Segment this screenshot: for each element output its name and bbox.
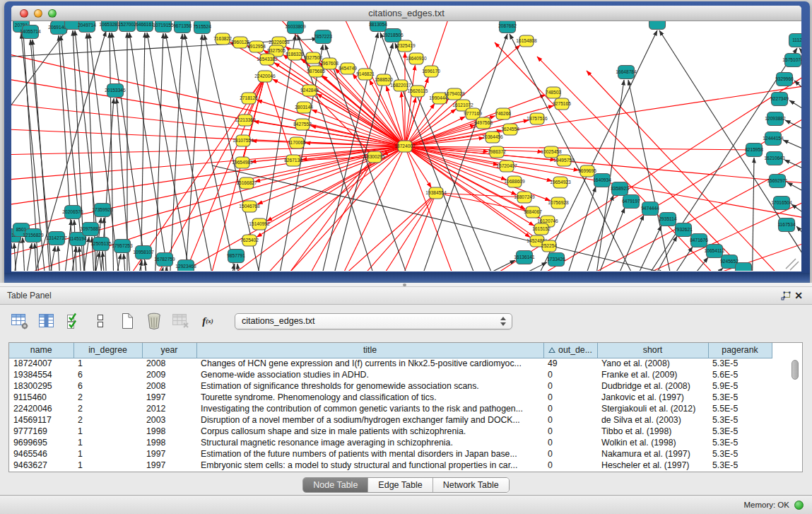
- table-cell[interactable]: Dudbridge et al. (2008): [597, 380, 708, 392]
- table-cell[interactable]: Tourette syndrome. Phenomenology and cla…: [196, 392, 543, 403]
- network-node-yellow[interactable]: 1696170: [422, 66, 440, 77]
- column-header-name[interactable]: name: [9, 343, 73, 358]
- network-node-teal[interactable]: 15751074: [782, 54, 801, 67]
- table-cell[interactable]: Corpus callosum shape and size in male p…: [196, 426, 543, 437]
- network-node-teal[interactable]: 17359928: [92, 204, 113, 217]
- network-edge[interactable]: [293, 157, 375, 160]
- function-builder-button[interactable]: f(x): [198, 312, 218, 330]
- show-columns-button[interactable]: [37, 312, 57, 330]
- network-node-teal[interactable]: [649, 21, 666, 30]
- network-node-yellow[interactable]: 8267130: [284, 155, 302, 166]
- table-cell[interactable]: 2003: [142, 414, 196, 426]
- network-node-teal[interactable]: [736, 263, 752, 271]
- delete-column-button[interactable]: [144, 312, 164, 330]
- network-node-yellow[interactable]: 19384554: [425, 187, 447, 199]
- network-node-teal[interactable]: 10719155: [153, 21, 174, 33]
- network-node-yellow[interactable]: 9699695: [578, 165, 596, 177]
- zoom-window-button[interactable]: [48, 9, 57, 18]
- table-cell[interactable]: 2: [73, 403, 142, 414]
- table-cell[interactable]: 22420046: [9, 403, 73, 414]
- column-header-year[interactable]: year: [142, 343, 196, 358]
- network-node-teal[interactable]: 16210643: [764, 152, 785, 165]
- delete-table-button[interactable]: [171, 312, 191, 330]
- network-node-yellow[interactable]: 9146821: [356, 69, 375, 80]
- table-cell[interactable]: 0: [543, 460, 597, 471]
- network-node-yellow[interactable]: 1615152: [532, 223, 551, 235]
- network-node-teal[interactable]: 6479197: [622, 195, 640, 209]
- table-cell[interactable]: 0: [543, 392, 597, 403]
- network-node-yellow[interactable]: 2803144: [295, 102, 313, 113]
- tab-edge-table[interactable]: Edge Table: [368, 478, 433, 492]
- network-node-teal[interactable]: 2935114: [659, 213, 677, 226]
- table-cell[interactable]: Investigating the contribution of common…: [196, 403, 543, 414]
- table-row[interactable]: 1830029562008Estimation of significance …: [9, 380, 772, 392]
- network-edge[interactable]: [686, 268, 723, 271]
- network-node-teal[interactable]: 9329966: [775, 73, 794, 86]
- network-node-yellow[interactable]: 9875685: [307, 66, 325, 77]
- network-node-yellow[interactable]: 18757516: [526, 113, 548, 124]
- network-edge[interactable]: [153, 267, 163, 271]
- table-cell[interactable]: Franke et al. (2009): [597, 369, 708, 380]
- network-node-yellow[interactable]: 18807249: [514, 192, 535, 203]
- network-node-teal[interactable]: 7932621: [674, 223, 693, 237]
- network-edge[interactable]: [169, 34, 183, 271]
- table-cell[interactable]: 0: [543, 426, 597, 437]
- table-cell[interactable]: 0: [543, 369, 597, 380]
- table-cell[interactable]: de Silva et al. (2003): [597, 414, 708, 426]
- table-cell[interactable]: 2: [73, 414, 142, 426]
- network-node-teal[interactable]: 12505135: [90, 238, 112, 251]
- network-node-yellow[interactable]: 7625402: [240, 235, 259, 246]
- network-node-yellow[interactable]: 15720407: [496, 160, 517, 172]
- table-row[interactable]: 969969511998Structural magnetic resonanc…: [9, 437, 772, 448]
- network-node-yellow[interactable]: 1170065: [288, 137, 306, 148]
- network-node-teal[interactable]: 8215958: [745, 144, 763, 157]
- network-edge[interactable]: [784, 160, 801, 170]
- table-cell[interactable]: Structural magnetic resonance image aver…: [196, 437, 543, 448]
- table-cell[interactable]: 0: [543, 414, 597, 426]
- table-cell[interactable]: 19384554: [9, 369, 73, 380]
- network-node-yellow[interactable]: 7986372: [488, 146, 506, 158]
- tab-node-table[interactable]: Node Table: [303, 478, 368, 492]
- network-node-yellow[interactable]: 9242848: [300, 85, 319, 96]
- network-node-teal[interactable]: 17957253: [112, 240, 133, 253]
- table-cell[interactable]: Nakamura et al. (1997): [597, 448, 708, 460]
- table-row[interactable]: 977716911998Corpus callosum shape and si…: [9, 426, 772, 437]
- network-node-yellow[interactable]: 9275165: [553, 98, 571, 110]
- table-cell[interactable]: 1: [73, 460, 142, 471]
- network-node-teal[interactable]: 12923468: [175, 260, 196, 271]
- table-cell[interactable]: 5.6E-5: [708, 369, 772, 380]
- table-cell[interactable]: 1997: [142, 460, 196, 471]
- network-node-teal[interactable]: 1527002: [118, 21, 136, 32]
- table-cell[interactable]: 9115460: [9, 392, 73, 403]
- network-node-teal[interactable]: 9857791: [227, 250, 245, 263]
- table-cell[interactable]: Changes of HCN gene expression and I(f) …: [196, 358, 543, 369]
- column-header-title[interactable]: title: [196, 343, 543, 358]
- network-node-teal[interactable]: 10653287: [99, 21, 120, 32]
- network-edge[interactable]: [438, 71, 801, 271]
- table-cell[interactable]: Genome-wide association studies in ADHD.: [196, 369, 543, 380]
- network-node-teal[interactable]: 16033809: [285, 21, 306, 34]
- table-cell[interactable]: 1: [73, 358, 142, 369]
- network-node-yellow[interactable]: 6497568: [474, 117, 493, 129]
- network-node-yellow[interactable]: 7163822: [213, 33, 232, 45]
- network-edge[interactable]: [261, 157, 375, 271]
- network-node-teal[interactable]: 1733426: [547, 253, 565, 267]
- table-cell[interactable]: 5.3E-5: [708, 437, 772, 448]
- table-scrollbar-thumb[interactable]: [792, 360, 799, 380]
- network-node-teal[interactable]: 8358923: [611, 182, 629, 196]
- table-cell[interactable]: Tibbo et al. (1998): [597, 426, 708, 437]
- table-cell[interactable]: 9777169: [9, 426, 73, 437]
- table-cell[interactable]: 0: [543, 448, 597, 460]
- network-edge[interactable]: [606, 215, 644, 271]
- table-cell[interactable]: 2008: [142, 358, 196, 369]
- table-cell[interactable]: 2012: [142, 403, 196, 414]
- network-edge[interactable]: [11, 146, 405, 212]
- network-edge[interactable]: [310, 90, 375, 157]
- network-node-teal[interactable]: 12444154: [763, 132, 784, 146]
- network-edge[interactable]: [796, 226, 801, 236]
- table-row[interactable]: 946554611997Estimation of the future num…: [9, 448, 772, 460]
- network-node-teal[interactable]: 14055714: [20, 25, 41, 39]
- network-node-teal[interactable]: 7515524: [193, 21, 211, 34]
- table-selector-dropdown[interactable]: citations_edges.txt: [235, 313, 512, 329]
- table-cell[interactable]: 5.5E-5: [708, 403, 772, 414]
